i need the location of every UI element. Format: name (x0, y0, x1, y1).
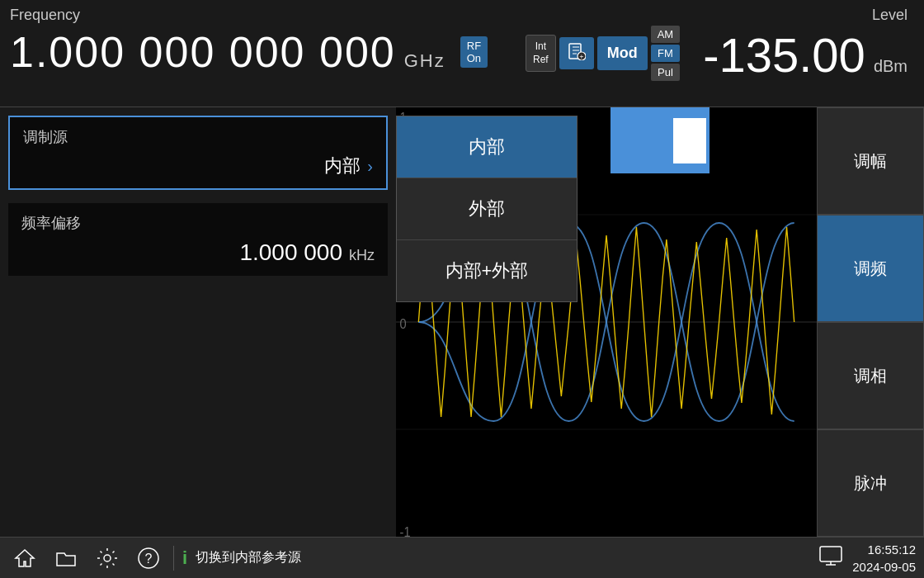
datetime-display: 16:55:12 2024-09-05 (852, 541, 916, 576)
freq-offset-number: 1.000 000 (239, 239, 342, 266)
home-icon (13, 547, 36, 570)
svg-rect-12 (820, 547, 842, 561)
main-content: 调制源 内部 › 频率偏移 1.000 000 kHz 内部 外部 内部+外部 (0, 107, 924, 537)
level-number: -135.00 (703, 27, 865, 83)
freq-offset-display: 1.000 000 kHz (21, 239, 375, 266)
fm-button[interactable]: FM (651, 45, 681, 62)
sidebar-btn-pulse[interactable]: 脉冲 (817, 429, 924, 537)
frequency-display: 1.000 000 000 000 GHz RFOn (10, 27, 509, 77)
bottom-right-area: 16:55:12 2024-09-05 (819, 541, 916, 576)
chevron-right-icon: › (367, 157, 373, 176)
frequency-unit: GHz (404, 50, 446, 72)
freq-offset-box: 频率偏移 1.000 000 kHz (8, 203, 388, 276)
status-message: 切换到内部参考源 (196, 549, 811, 566)
left-panel: 调制源 内部 › 频率偏移 1.000 000 kHz 内部 外部 内部+外部 (0, 107, 396, 537)
svg-text:-1: -1 (400, 524, 411, 537)
help-button[interactable]: ? (132, 542, 165, 575)
frequency-number: 1.000 000 000 000 (10, 27, 396, 77)
help-icon: ? (137, 547, 160, 570)
mod-source-box[interactable]: 调制源 内部 › (8, 116, 388, 190)
info-icon: i (182, 547, 187, 569)
level-display: -135.00 dBm (703, 27, 908, 83)
file-button[interactable]: + (559, 37, 594, 69)
pul-button[interactable]: Pul (651, 64, 681, 81)
bottom-divider (173, 546, 174, 571)
monitor-icon (819, 546, 842, 566)
date-display: 2024-09-05 (852, 558, 916, 576)
blue-square-indicator (610, 107, 710, 173)
middle-controls: IntRef + Mod AM FM Pul (519, 0, 686, 107)
folder-button[interactable] (50, 542, 82, 575)
right-sidebar: 调幅 调频 调相 脉冲 (817, 107, 924, 537)
dropdown-menu: 内部 外部 内部+外部 (396, 116, 578, 302)
home-button[interactable] (8, 542, 41, 575)
level-unit: dBm (874, 57, 908, 76)
mod-source-value: 内部 › (23, 154, 373, 178)
modulation-type-group: AM FM Pul (651, 26, 681, 81)
mod-button[interactable]: Mod (597, 36, 648, 70)
rf-on-button[interactable]: RFOn (460, 36, 488, 68)
svg-text:?: ? (145, 552, 153, 566)
am-button[interactable]: AM (651, 26, 681, 43)
svg-point-9 (104, 555, 111, 561)
dropdown-item-1[interactable]: 外部 (397, 178, 577, 240)
int-ref-button[interactable]: IntRef (526, 35, 556, 72)
settings-button[interactable] (91, 542, 124, 575)
bottom-bar: ? i 切换到内部参考源 16:55:12 2024-09-05 (0, 537, 924, 578)
sidebar-btn-am[interactable]: 调幅 (817, 107, 924, 215)
sidebar-btn-fm[interactable]: 调频 (817, 215, 924, 322)
dropdown-item-2[interactable]: 内部+外部 (397, 240, 577, 301)
gear-icon (96, 547, 119, 570)
svg-text:+: + (579, 53, 583, 60)
white-square-indicator (673, 118, 706, 163)
file-icon: + (568, 42, 586, 60)
freq-offset-label: 频率偏移 (21, 213, 375, 233)
level-label: Level (703, 7, 908, 24)
dropdown-item-0[interactable]: 内部 (397, 116, 577, 178)
svg-text:0: 0 (400, 316, 407, 331)
level-section: Level -135.00 dBm (686, 0, 924, 107)
frequency-label: Frequency (10, 7, 509, 24)
freq-offset-unit: kHz (349, 247, 375, 264)
sidebar-btn-pm[interactable]: 调相 (817, 322, 924, 429)
time-display: 16:55:12 (852, 541, 916, 558)
frequency-section: Frequency 1.000 000 000 000 GHz RFOn (0, 0, 519, 107)
display-button[interactable] (819, 546, 842, 571)
mod-source-text: 内部 (324, 154, 361, 178)
folder-icon (54, 547, 78, 570)
top-bar: Frequency 1.000 000 000 000 GHz RFOn Int… (0, 0, 924, 107)
mod-source-label: 调制源 (23, 127, 373, 147)
